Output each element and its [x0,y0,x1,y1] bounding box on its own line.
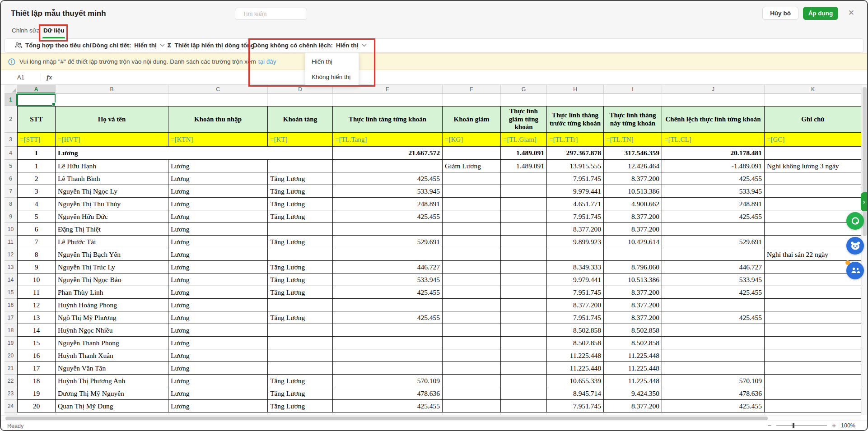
cell-I23[interactable]: 9.424.350 [604,387,662,400]
side-panel-toggle[interactable]: › [861,192,867,211]
cell-A17[interactable]: 13 [17,311,56,324]
info-link[interactable]: tại đây [258,58,276,65]
cell-G18[interactable] [501,324,547,337]
cell-A1[interactable] [17,94,56,106]
cell-C3[interactable]: =[KTN] [168,133,268,147]
cell-J13[interactable]: 446.727 [662,261,765,273]
cell-K17[interactable] [765,311,862,324]
no-diff-row-dropdown[interactable]: Dòng không có chênh lệch: Hiển thị [253,38,367,52]
row-header-5[interactable]: 5 [5,160,17,172]
cell-E1[interactable] [333,94,443,106]
row-header-17[interactable]: 17 [5,311,17,324]
tab-chinh-sua[interactable]: Chỉnh sửa [12,27,40,34]
cell-E8[interactable]: 248.891 [333,198,443,210]
cell-J1[interactable] [662,94,765,106]
bot-assistant-icon[interactable] [846,237,864,255]
cell-B14[interactable]: Nguyễn Thị Ngọc Bảo [56,273,168,286]
column-header-A[interactable]: A [17,85,56,94]
cell-C15[interactable]: Lương [168,286,268,299]
cell-E2[interactable]: Thực lĩnh tăng từng khoản [333,106,443,133]
cell-F2[interactable]: Khoản giảm [443,106,501,133]
cell-D9[interactable]: Tăng Lương [268,210,333,223]
cell-J11[interactable]: 529.691 [662,236,765,248]
row-header-20[interactable]: 20 [5,349,17,362]
cell-H14[interactable]: 9.979.441 [547,273,604,286]
cell-I22[interactable]: 11.225.448 [604,375,662,387]
cell-I7[interactable]: 10.513.386 [604,185,662,198]
cell-B16[interactable]: Huỳnh Hoàng Phong [56,299,168,311]
cell-D14[interactable]: Tăng Lương [268,273,333,286]
cell-E5[interactable] [333,160,443,172]
cell-D23[interactable]: Tăng Lương [268,387,333,400]
cell-H6[interactable]: 7.951.745 [547,172,604,185]
cell-K18[interactable] [765,324,862,337]
cell-F8[interactable] [443,198,501,210]
cell-B15[interactable]: Phan Thùy Linh [56,286,168,299]
cell-A4[interactable]: I [17,147,56,160]
detail-row-dropdown[interactable]: Dòng chi tiết: Hiển thị [92,38,165,52]
cell-I19[interactable]: 8.502.858 [604,337,662,349]
cell-G22[interactable] [501,375,547,387]
cell-A20[interactable]: 16 [17,349,56,362]
cell-H9[interactable]: 7.951.745 [547,210,604,223]
cell-H1[interactable] [547,94,604,106]
cell-I15[interactable]: 8.377.200 [604,286,662,299]
cell-I4[interactable]: 317.546.359 [604,147,662,160]
row-header-3[interactable]: 3 [5,133,17,147]
cell-I9[interactable]: 8.377.200 [604,210,662,223]
cell-H3[interactable]: =[TL.TTr] [547,133,604,147]
cell-C5[interactable]: Lương [168,160,268,172]
cell-D3[interactable]: =[KT] [268,133,333,147]
cell-K1[interactable] [765,94,862,106]
row-header-8[interactable]: 8 [5,198,17,210]
cell-G15[interactable] [501,286,547,299]
row-header-12[interactable]: 12 [5,248,17,261]
row-header-2[interactable]: 2 [5,106,17,133]
cell-G16[interactable] [501,299,547,311]
cell-B3[interactable]: =[HVT] [56,133,168,147]
cell-H24[interactable]: 7.951.745 [547,400,604,412]
row-header-13[interactable]: 13 [5,261,17,273]
row-header-4[interactable]: 4 [5,147,17,160]
row-header-9[interactable]: 9 [5,210,17,223]
cell-F17[interactable] [443,311,501,324]
cell-G6[interactable] [501,172,547,185]
zoom-in-button[interactable]: + [832,422,836,429]
cell-D15[interactable]: Tăng Lương [268,286,333,299]
cell-A2[interactable]: STT [17,106,56,133]
cell-D16[interactable] [268,299,333,311]
cell-G3[interactable]: =[TL.Giam] [501,133,547,147]
column-header-C[interactable]: C [168,85,268,94]
column-header-J[interactable]: J [662,85,765,94]
cell-D8[interactable]: Tăng Lương [268,198,333,210]
cell-D19[interactable] [268,337,333,349]
cell-B21[interactable]: Nguyễn Văn Tân [56,362,168,375]
cell-B10[interactable]: Đặng Thị Thiệt [56,223,168,236]
cell-C14[interactable]: Lương [168,273,268,286]
cell-E4[interactable]: 21.667.572 [333,147,443,160]
cell-F1[interactable] [443,94,501,106]
cell-H4[interactable]: 297.367.878 [547,147,604,160]
cell-A18[interactable]: 14 [17,324,56,337]
cell-G21[interactable] [501,362,547,375]
search-box[interactable] [235,8,307,20]
cell-A15[interactable]: 11 [17,286,56,299]
cell-D11[interactable]: Tăng Lương [268,236,333,248]
cell-B6[interactable]: Lê Thanh Bình [56,172,168,185]
cell-C22[interactable]: Lương [168,375,268,387]
cell-C13[interactable]: Lương [168,261,268,273]
cell-E13[interactable]: 446.727 [333,261,443,273]
cell-I14[interactable]: 10.513.386 [604,273,662,286]
cell-J22[interactable]: 570.109 [662,375,765,387]
cell-I24[interactable]: 8.377.200 [604,400,662,412]
cell-E11[interactable]: 529.691 [333,236,443,248]
row-header-7[interactable]: 7 [5,185,17,198]
cell-A6[interactable]: 2 [17,172,56,185]
cell-J15[interactable]: 425.455 [662,286,765,299]
cell-E15[interactable]: 425.455 [333,286,443,299]
cell-C8[interactable]: Lương [168,198,268,210]
cell-B9[interactable]: Nguyễn Hữu Đức [56,210,168,223]
cell-A23[interactable]: 19 [17,387,56,400]
cell-F15[interactable] [443,286,501,299]
cell-A3[interactable]: =[STT] [17,133,56,147]
